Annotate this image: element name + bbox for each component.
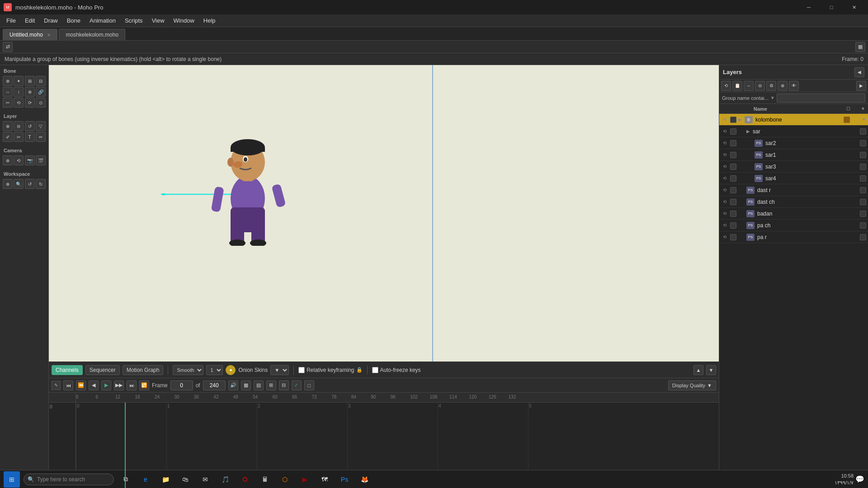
layer-delete-btn[interactable]: ⊖ (755, 81, 765, 91)
layer-checkbox-badan[interactable] (860, 211, 866, 217)
total-frames-input[interactable] (203, 380, 226, 390)
layer-row-pa_ch[interactable]: ⟲PSpa ch (719, 220, 868, 231)
display-quality-button[interactable]: Display Quality ▼ (668, 380, 716, 390)
tab-untitled[interactable]: Untitled.moho ✕ (3, 29, 57, 40)
camera-tool-1[interactable]: ⊕ (3, 155, 13, 165)
layer-tool-3[interactable]: ↺ (25, 121, 35, 131)
layer-row-sar2[interactable]: ⟲PSsar2 (719, 137, 868, 149)
notification-icon[interactable]: 💬 (855, 475, 864, 483)
layer-checkbox-sar1[interactable] (860, 152, 866, 158)
layer-checkbox-pa_r[interactable] (860, 234, 866, 240)
workspace-tool-1[interactable]: ⊕ (3, 179, 13, 189)
layer-tool-2[interactable]: ⊖ (14, 121, 24, 131)
onion-toggle[interactable]: ● (226, 365, 236, 375)
layer-add-btn[interactable]: ⟲ (721, 81, 731, 91)
menu-item-bone[interactable]: Bone (62, 15, 85, 26)
media-btn[interactable]: 🎵 (217, 471, 233, 488)
task-view-btn[interactable]: ⧉ (118, 471, 134, 488)
next-btn[interactable]: ▶▶ (114, 380, 124, 390)
menu-item-edit[interactable]: Edit (20, 15, 39, 26)
maximize-button[interactable]: □ (821, 0, 842, 14)
layer-row-sar1[interactable]: ⟲PSsar1 (719, 149, 868, 161)
playhead[interactable] (125, 403, 126, 488)
layer-checkbox-sar4[interactable] (860, 175, 866, 182)
bone-tool-6[interactable]: ↕ (14, 87, 24, 97)
prev-frame-btn[interactable]: ⏪ (76, 380, 86, 390)
layer-visibility-dast_ch[interactable] (730, 199, 736, 205)
layer-row-badan[interactable]: ⟲PSbadan (719, 208, 868, 220)
layer-checkbox-pa_ch[interactable] (860, 222, 866, 229)
frame-input[interactable] (170, 380, 193, 390)
bone-tool-11[interactable]: ⟳ (25, 98, 35, 108)
loop-btn[interactable]: 🔁 (139, 380, 149, 390)
tl-up-btn[interactable]: ▲ (693, 365, 703, 375)
layer-tool-6[interactable]: ⊕ (778, 81, 788, 91)
menu-item-animation[interactable]: Animation (85, 15, 120, 26)
layers-collapse-btn[interactable]: ◀ (854, 67, 864, 77)
layer-visibility-pa_r[interactable] (730, 234, 736, 240)
layer-row-sar3[interactable]: ⟲PSsar3 (719, 161, 868, 173)
camera-tool-2[interactable]: ⟲ (14, 155, 24, 165)
bone-tool-9[interactable]: ✂ (3, 98, 13, 108)
view-check[interactable]: ✓ (292, 380, 302, 390)
canvas-area[interactable] (49, 65, 719, 361)
menu-item-scripts[interactable]: Scripts (120, 15, 147, 26)
workspace-tool-3[interactable]: ↺ (25, 179, 35, 189)
layer-checkbox-dast_r[interactable] (860, 187, 866, 193)
layer-visibility-sar3[interactable] (730, 164, 736, 170)
view-mode-3[interactable]: ⊞ (266, 380, 276, 390)
layer-tool-1[interactable]: ⊕ (3, 121, 13, 131)
menu-item-window[interactable]: Window (169, 15, 199, 26)
layer-checkbox-sar2[interactable] (860, 140, 866, 146)
minimize-button[interactable]: ─ (798, 0, 819, 14)
layer-row-dast_ch[interactable]: ⟲PSdast ch (719, 196, 868, 208)
timeline-tool-icon[interactable]: ✎ (52, 381, 61, 390)
toolbar-btn-1[interactable]: ⇄ (3, 42, 13, 52)
relative-keyframing-label[interactable]: Relative keyframing 🔒 (298, 367, 362, 373)
layer-copy-btn[interactable]: 📋 (732, 81, 742, 91)
layer-tool-6[interactable]: ✂ (14, 132, 24, 142)
bone-tool-5[interactable]: ↔ (3, 87, 13, 97)
store-btn[interactable]: 🛍 (177, 471, 193, 488)
audio-btn[interactable]: 🔊 (228, 380, 238, 390)
edge-btn[interactable]: e (137, 471, 154, 488)
layer-tool-5[interactable]: ✐ (3, 132, 13, 142)
layer-visibility-kolombone[interactable] (730, 117, 736, 123)
layer-expand-icon-sar[interactable]: ▶ (746, 129, 750, 134)
layer-checkbox-dast_ch[interactable] (860, 199, 866, 205)
auto-freeze-label[interactable]: Auto-freeze keys (372, 367, 421, 373)
bone-tool-2[interactable]: ✦ (14, 76, 24, 86)
bone-tool-1[interactable]: ⊕ (3, 76, 13, 86)
play-btn[interactable]: ▶ (101, 380, 111, 390)
prev-btn[interactable]: ◀ (89, 380, 99, 390)
goto-start-btn[interactable]: ⏮ (63, 380, 73, 390)
bone-tool-12[interactable]: ⊙ (36, 98, 46, 108)
ps-btn[interactable]: Ps (336, 471, 353, 488)
layer-row-sar[interactable]: ⟲▶sar (719, 126, 868, 137)
layer-row-pa_r[interactable]: ⟲PSpa r (719, 231, 868, 243)
goto-end-btn[interactable]: ⏭ (127, 380, 137, 390)
layer-checkbox-kolombone[interactable] (844, 117, 850, 123)
view-mode-2[interactable]: ▤ (254, 380, 264, 390)
layer-visibility-sar2[interactable] (730, 140, 736, 146)
col-sort-btn[interactable]: ▼ (861, 106, 865, 111)
auto-freeze-checkbox[interactable] (372, 367, 378, 373)
layer-settings-btn[interactable]: ⚙ (766, 81, 776, 91)
bone-tool-8[interactable]: 🔗 (36, 87, 46, 97)
smooth-select[interactable]: Smooth (173, 365, 203, 375)
menu-item-file[interactable]: File (2, 15, 20, 26)
onion-select[interactable]: ▼ (270, 365, 289, 375)
toolbar-btn-right[interactable]: ▦ (855, 42, 865, 52)
tab-channels[interactable]: Channels (52, 365, 83, 375)
workspace-tool-4[interactable]: ↻ (36, 179, 46, 189)
layer-eye-btn[interactable]: 👁 (789, 81, 799, 91)
start-button[interactable]: ⊞ (4, 471, 20, 488)
layer-row-dast_r[interactable]: ⟲PSdast r (719, 184, 868, 196)
camera-tool-3[interactable]: 📷 (25, 155, 35, 165)
search-bar[interactable]: 🔍 Type here to search (24, 474, 114, 485)
layer-checkbox-sar3[interactable] (860, 164, 866, 170)
layer-visibility-sar1[interactable] (730, 152, 736, 158)
bone-tool-3[interactable]: ⊞ (25, 76, 35, 86)
layer-row-kolombone[interactable]: ⟲▶Bkolombone▼ (719, 114, 868, 126)
layer-tool-8[interactable]: ✏ (36, 132, 46, 142)
